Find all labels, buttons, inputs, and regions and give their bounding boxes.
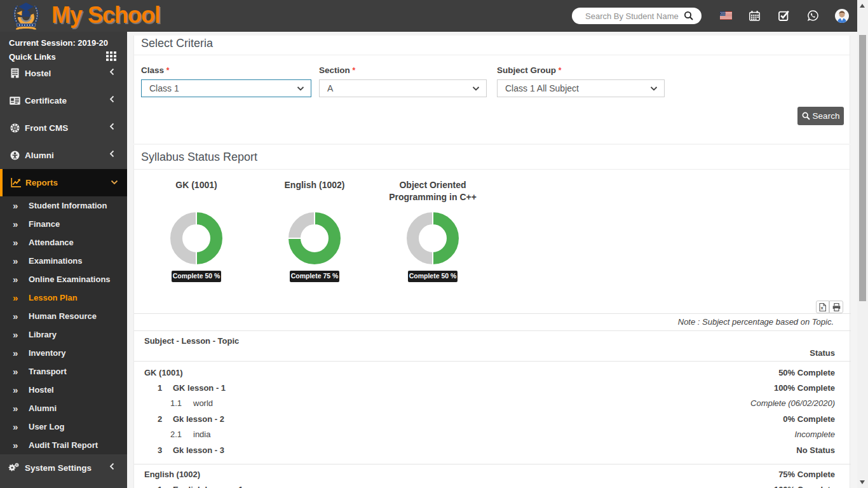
svg-text:x: x: [820, 305, 824, 311]
